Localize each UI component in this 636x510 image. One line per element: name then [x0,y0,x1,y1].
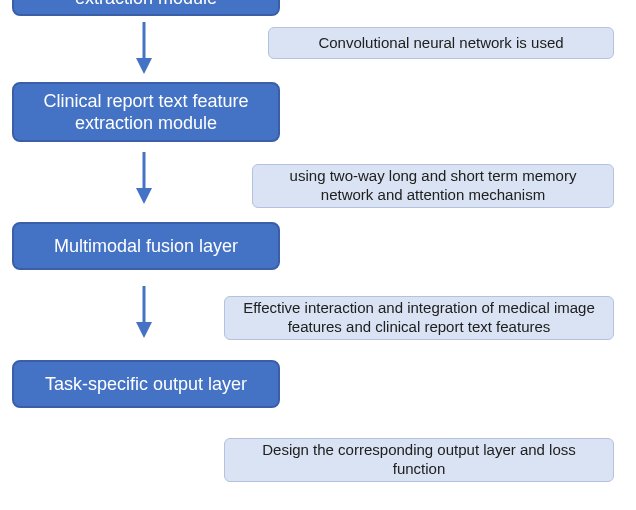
note-text: Design the corresponding output layer an… [235,441,603,479]
note-box-cnn: Convolutional neural network is used [268,27,614,59]
stage-label: Clinical report text feature extraction … [26,90,266,135]
note-box-bilstm-attention: using two-way long and short term memory… [252,164,614,208]
note-text: Convolutional neural network is used [318,34,563,53]
stage-box-clinical-report-text-feature: Clinical report text feature extraction … [12,82,280,142]
arrow-down-icon [130,20,158,76]
stage-label: extraction module [75,0,217,9]
note-box-output-loss: Design the corresponding output layer an… [224,438,614,482]
svg-marker-1 [136,58,152,74]
stage-box-extraction-module: extraction module [12,0,280,16]
svg-marker-3 [136,188,152,204]
stage-box-multimodal-fusion-layer: Multimodal fusion layer [12,222,280,270]
note-text: using two-way long and short term memory… [263,167,603,205]
arrow-down-icon [130,284,158,340]
note-text: Effective interaction and integration of… [235,299,603,337]
arrow-down-icon [130,150,158,206]
svg-marker-5 [136,322,152,338]
stage-box-task-specific-output-layer: Task-specific output layer [12,360,280,408]
note-box-feature-integration: Effective interaction and integration of… [224,296,614,340]
stage-label: Task-specific output layer [45,373,247,396]
stage-label: Multimodal fusion layer [54,235,238,258]
